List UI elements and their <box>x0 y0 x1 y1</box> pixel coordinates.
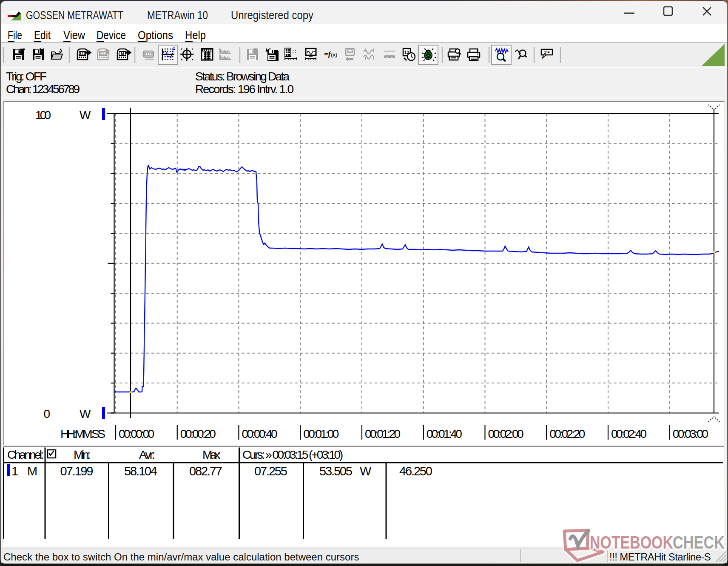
svg-text:00:00:00: 00:00:00 <box>119 427 154 440</box>
svg-text:082.77: 082.77 <box>189 464 222 478</box>
svg-text:00:02:20: 00:02:20 <box>549 427 585 440</box>
svg-text:100: 100 <box>35 109 51 122</box>
svg-text:M: M <box>121 51 124 56</box>
svg-text:46.250: 46.250 <box>399 464 432 478</box>
svg-text:53.505: 53.505 <box>319 464 353 478</box>
svg-text:Channel:: Channel: <box>7 448 44 461</box>
svg-text:1²=: 1²= <box>544 50 549 54</box>
svg-text:HH:MM:SS: HH:MM:SS <box>60 427 105 440</box>
svg-text:Chan: 123456789: Chan: 123456789 <box>6 83 80 96</box>
svg-text:00:00:40: 00:00:40 <box>242 427 278 440</box>
svg-text:00:01:00: 00:01:00 <box>303 427 339 440</box>
svg-text:00:02:00: 00:02:00 <box>488 427 524 440</box>
svg-text:Max:: Max: <box>202 448 221 461</box>
svg-text:00:02:40: 00:02:40 <box>611 427 647 440</box>
svg-text:CHECK: CHECK <box>673 532 725 552</box>
svg-text:321: 321 <box>347 50 353 53</box>
svg-text:(x): (x) <box>331 51 337 58</box>
svg-text:58.104: 58.104 <box>124 464 157 478</box>
svg-text:M: M <box>27 464 37 478</box>
svg-text:00:01:20: 00:01:20 <box>365 427 401 440</box>
svg-text:Trig: OFF: Trig: OFF <box>6 70 47 83</box>
svg-text:Avr:: Avr: <box>139 448 155 461</box>
svg-text:00:00:20: 00:00:20 <box>180 427 216 440</box>
svg-text:Curs: » 00:03:15 (+03:10): Curs: » 00:03:15 (+03:10) <box>242 448 343 461</box>
svg-text:1257: 1257 <box>144 52 152 56</box>
svg-text:00:03:00: 00:03:00 <box>673 427 708 440</box>
svg-text:Min:: Min: <box>74 448 91 461</box>
svg-text:W: W <box>80 109 91 122</box>
svg-text:00:01:40: 00:01:40 <box>427 427 462 440</box>
svg-text:07.199: 07.199 <box>60 464 94 478</box>
svg-text:07.255: 07.255 <box>254 464 287 478</box>
svg-text:1: 1 <box>11 464 18 478</box>
svg-text:Records: 196 Intrv. 1.0: Records: 196 Intrv. 1.0 <box>195 83 294 96</box>
svg-text:321: 321 <box>100 51 106 56</box>
svg-text:0: 0 <box>43 407 50 420</box>
svg-text:NOTEBOOK: NOTEBOOK <box>590 532 673 552</box>
svg-text:::: :: <box>292 49 297 54</box>
svg-text:W: W <box>80 407 91 420</box>
svg-text:321: 321 <box>79 51 85 56</box>
svg-text:W: W <box>360 464 372 478</box>
svg-text:Status: Browsing Data: Status: Browsing Data <box>195 70 290 83</box>
